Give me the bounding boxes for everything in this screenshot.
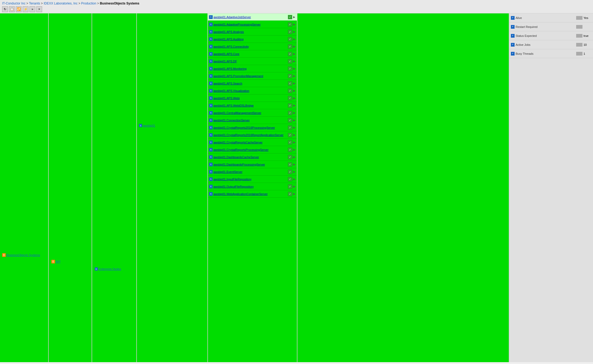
tree-col2: B BIP: [49, 13, 92, 362]
server-label[interactable]: awsbip01.DashboardsCacheServer: [213, 156, 288, 159]
server-expand-arrow[interactable]: ▶: [293, 67, 296, 70]
server-row[interactable]: Sawsbip01.APS.Auditing✓▶: [208, 36, 297, 43]
toolbar-copy[interactable]: 📋: [9, 6, 15, 12]
server-row[interactable]: Sawsbip01.APS.Analysis✓▶: [208, 28, 297, 36]
server-label[interactable]: awsbip01.APS.Connectivity: [213, 45, 288, 48]
server-expand-arrow[interactable]: ▶: [293, 163, 296, 166]
server-expand-arrow[interactable]: ▶: [293, 45, 296, 48]
server-icon: S: [209, 192, 213, 196]
server-expand-arrow[interactable]: ▶: [293, 16, 296, 19]
server-expand-arrow[interactable]: ▶: [293, 192, 296, 196]
server-expand-arrow[interactable]: ▶: [293, 23, 296, 26]
server-expand-arrow[interactable]: ▶: [293, 156, 296, 159]
server-row[interactable]: Sawsbip01.CrystalReportsCacheServer✓▶: [208, 139, 297, 146]
server-label[interactable]: awsbip01.APS.Webi: [213, 97, 288, 100]
server-label[interactable]: awsbip01.APS.Core: [213, 52, 288, 56]
server-row[interactable]: Sawsbip01.WebApplicationContainerServer✓…: [208, 190, 297, 198]
server-label[interactable]: awsbip01.CrystalReportsCacheServer: [213, 141, 288, 144]
server-icon: S: [209, 126, 213, 129]
tree-node-businessobjects[interactable]: B BusinessObjects Systems: [2, 253, 40, 257]
server-row[interactable]: Sawsbip01.DashboardsProcessingServer✓▶: [208, 161, 297, 168]
tree-node-bip[interactable]: B BIP: [51, 260, 61, 263]
server-expand-arrow[interactable]: ▶: [293, 133, 296, 137]
server-row[interactable]: Sawsbip01.APS.Core✓▶: [208, 50, 297, 58]
server-label[interactable]: awsbip01.AdaptiveProcessingServer: [213, 23, 288, 26]
server-label[interactable]: awsbip01.APS.Search: [213, 82, 288, 85]
enterprise-label[interactable]: Enterprise Nodes: [99, 267, 121, 271]
server-expand-arrow[interactable]: ▶: [293, 89, 296, 92]
server-label[interactable]: awsbip01.ConnectionServer: [213, 119, 288, 122]
server-expand-arrow[interactable]: ▶: [293, 141, 296, 144]
server-label[interactable]: awsbip01.APS.Visualization: [213, 89, 288, 92]
server-row[interactable]: Sawsbip01.CrystalReports2016ReportApplic…: [208, 131, 297, 139]
server-row[interactable]: Sawsbip01.APS.Monitoring✓▶: [208, 65, 297, 72]
server-row[interactable]: Sawsbip01.AdaptiveProcessingServer✓▶: [208, 21, 297, 28]
toolbar-close[interactable]: ×: [36, 6, 42, 12]
server-label[interactable]: awsbip01.CentralManagementServer: [213, 111, 288, 114]
server-expand-arrow[interactable]: ▶: [293, 170, 296, 173]
server-row[interactable]: Sawsbip01.APS.Search✓▶: [208, 80, 297, 87]
server-expand-arrow[interactable]: ▶: [293, 148, 296, 151]
breadcrumb-production[interactable]: Production: [81, 2, 96, 5]
server-expand-arrow[interactable]: ▶: [293, 104, 296, 107]
server-label[interactable]: awsbip01.OutputFileRepository: [213, 185, 288, 188]
server-expand-arrow[interactable]: ▶: [293, 52, 296, 56]
server-expand-arrow[interactable]: ▶: [293, 178, 296, 181]
server-row[interactable]: Sawsbip01.ConnectionServer✓▶: [208, 117, 297, 124]
server-row[interactable]: Sawsbip01.APS.Webi✓▶: [208, 94, 297, 102]
bip-label[interactable]: BIP: [56, 260, 61, 263]
breadcrumb-it-conductor[interactable]: IT-Conductor Inc: [2, 2, 26, 5]
server-row[interactable]: Sawsbip01.APS.Connectivity✓▶: [208, 43, 297, 50]
tree-node-awsbip01[interactable]: S awsbip01: [139, 124, 155, 127]
toolbar-more[interactable]: »: [29, 6, 35, 12]
server-label[interactable]: awsbip01.DashboardsProcessingServer: [213, 163, 288, 166]
main-content: B BusinessObjects Systems B BIP E Enterp…: [0, 13, 593, 362]
businessobjects-label[interactable]: BusinessObjects Systems: [7, 253, 40, 257]
awsbip01-label[interactable]: awsbip01: [143, 124, 155, 127]
server-row[interactable]: Sawsbip01.APS.DF✓▶: [208, 58, 297, 65]
server-expand-arrow[interactable]: ▶: [293, 30, 296, 33]
server-row[interactable]: Sawsbip01.InputFileRepository✓▶: [208, 176, 297, 183]
property-icon: P: [511, 52, 515, 56]
server-expand-arrow[interactable]: ▶: [293, 111, 296, 114]
server-label[interactable]: awsbip01.APS.Monitoring: [213, 67, 288, 70]
server-label[interactable]: awsbip01.EventServer: [213, 170, 288, 173]
server-label[interactable]: awsbip01.APS.Analysis: [213, 30, 288, 33]
server-label[interactable]: awsbip01.APS.PromotionManagement: [213, 74, 288, 78]
server-row[interactable]: Sawsbip01.EventServer✓▶: [208, 168, 297, 176]
server-expand-arrow[interactable]: ▶: [293, 60, 296, 63]
server-label[interactable]: awsbip01.APS.DF: [213, 60, 288, 63]
property-icon: P: [511, 16, 515, 20]
toolbar-reload[interactable]: 🔁: [16, 6, 22, 12]
server-expand-arrow[interactable]: ▶: [293, 38, 296, 41]
server-row[interactable]: Sawsbip01.DashboardsCacheServer✓▶: [208, 153, 297, 161]
server-expand-arrow[interactable]: ▶: [293, 126, 296, 129]
server-label[interactable]: awsbip01.AdaptiveJobServer: [213, 16, 288, 19]
server-label[interactable]: awsbip01.CrystalReportsProcessingServer: [213, 148, 288, 151]
server-row[interactable]: Sawsbip01.APS.PromotionManagement✓▶: [208, 72, 297, 80]
server-expand-arrow[interactable]: ▶: [293, 119, 296, 122]
server-label[interactable]: awsbip01.APS.Auditing: [213, 38, 288, 41]
server-row[interactable]: Sawsbip01.CentralManagementServer✓▶: [208, 109, 297, 117]
server-label[interactable]: awsbip01.APS.WebiDSLBridge: [213, 104, 288, 107]
toolbar-refresh[interactable]: ↻: [2, 6, 8, 12]
breadcrumb-tenants[interactable]: Tenants: [29, 2, 40, 5]
server-expand-arrow[interactable]: ▶: [293, 185, 296, 188]
server-row[interactable]: Sawsbip01.CrystalReports2016ProcessingSe…: [208, 124, 297, 131]
server-row[interactable]: Sawsbip01.OutputFileRepository✓▶: [208, 183, 297, 190]
server-row[interactable]: Sawsbip01.CrystalReportsProcessingServer…: [208, 146, 297, 153]
server-label[interactable]: awsbip01.CrystalReports2016ReportApplica…: [213, 133, 288, 137]
awsbip01-icon: S: [139, 124, 142, 127]
server-expand-arrow[interactable]: ▶: [293, 97, 296, 100]
tree-node-enterprise[interactable]: E Enterprise Nodes: [95, 267, 121, 271]
server-row[interactable]: Sawsbip01.APS.Visualization✓▶: [208, 87, 297, 94]
server-expand-arrow[interactable]: ▶: [293, 82, 296, 85]
server-label[interactable]: awsbip01.WebApplicationContainerServer: [213, 192, 288, 196]
server-row[interactable]: Sawsbip01.AdaptiveJobServer✓▶: [208, 13, 297, 21]
breadcrumb-idexx[interactable]: IDEXX Laboratories, Inc: [44, 2, 78, 5]
server-label[interactable]: awsbip01.InputFileRepository: [213, 178, 288, 181]
toolbar-action1[interactable]: ⚡: [23, 6, 28, 12]
server-row[interactable]: Sawsbip01.APS.WebiDSLBridge✓▶: [208, 102, 297, 109]
server-label[interactable]: awsbip01.CrystalReports2016ProcessingSer…: [213, 126, 288, 129]
server-expand-arrow[interactable]: ▶: [293, 74, 296, 78]
